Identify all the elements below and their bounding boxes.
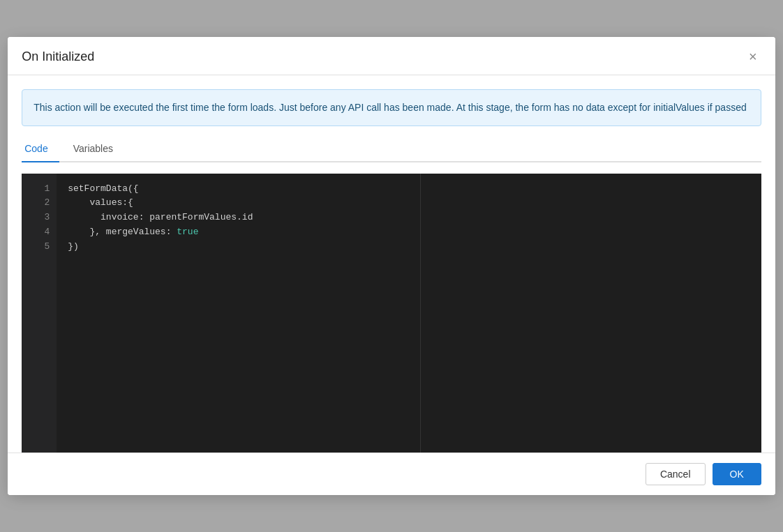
code-line-3: invoice: parentFormValues.id [68, 211, 408, 225]
line-num-5: 5 [44, 240, 50, 254]
dialog-overlay: On Initialized × This action will be exe… [0, 0, 783, 532]
dialog-footer: Cancel OK [8, 453, 775, 495]
code-editor-wrapper: 1 2 3 4 5 setFormData({ values:{ invoice… [22, 174, 761, 453]
dialog-body: This action will be executed the first t… [8, 75, 775, 452]
code-content[interactable]: setFormData({ values:{ invoice: parentFo… [57, 174, 419, 453]
code-editor-right-panel [420, 174, 761, 453]
dialog-header: On Initialized × [8, 37, 775, 75]
code-editor[interactable]: 1 2 3 4 5 setFormData({ values:{ invoice… [22, 174, 761, 453]
line-num-1: 1 [44, 182, 50, 197]
line-numbers: 1 2 3 4 5 [22, 174, 57, 453]
code-line-1: setFormData({ [68, 182, 408, 197]
ok-button[interactable]: OK [713, 463, 761, 485]
dialog: On Initialized × This action will be exe… [8, 37, 775, 494]
line-num-2: 2 [44, 196, 50, 211]
tab-code[interactable]: Code [22, 137, 59, 161]
tab-variables[interactable]: Variables [70, 137, 124, 161]
code-line-5: }) [68, 240, 408, 254]
tabs-container: Code Variables [22, 137, 761, 162]
code-line-2: values:{ [68, 196, 408, 211]
line-num-3: 3 [44, 211, 50, 225]
code-line-4: }, mergeValues: true [68, 225, 408, 240]
close-button[interactable]: × [745, 48, 761, 65]
dialog-title: On Initialized [22, 50, 94, 64]
info-box: This action will be executed the first t… [22, 89, 761, 126]
info-text: This action will be executed the first t… [33, 102, 747, 113]
line-num-4: 4 [44, 225, 50, 240]
cancel-button[interactable]: Cancel [646, 463, 706, 485]
